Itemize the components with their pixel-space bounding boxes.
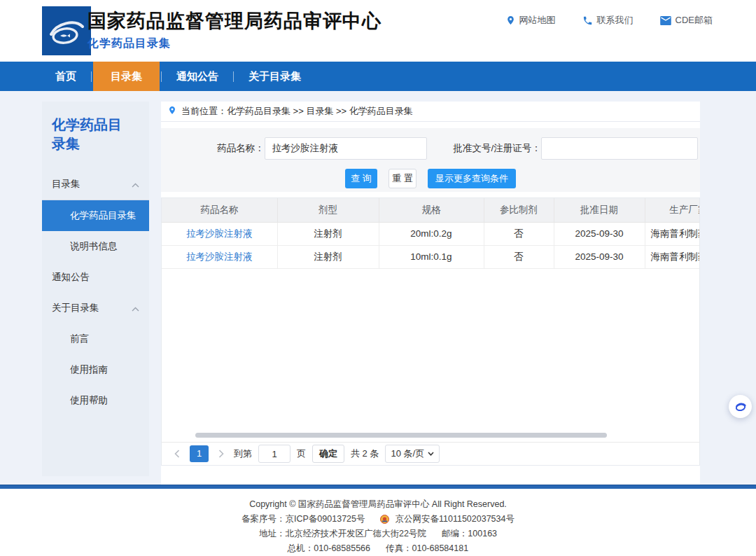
next-page-button[interactable] <box>215 445 227 462</box>
table-clip: 药品名称 剂型 规格 参比制剂 批准日期 生产厂家 拉考沙胺注射液 注射剂 20 <box>162 198 699 269</box>
title-block: 国家药品监督管理局药品审评中心 化学药品目录集 <box>88 9 382 51</box>
page-size-value: 10 条/页 <box>391 447 424 460</box>
sidebar-item-catalog-group[interactable]: 目录集 <box>52 169 139 200</box>
police-badge-icon <box>380 515 389 524</box>
cell-manufacturer: 海南普利制药股份有限公司 <box>645 222 699 245</box>
cell-spec: 10ml:0.1g <box>379 245 484 268</box>
icp-record-text: 备案序号：京ICP备09013725号 <box>241 512 365 527</box>
chevron-down-icon <box>428 452 434 456</box>
drug-name-input[interactable] <box>265 137 427 160</box>
floating-cde-button[interactable] <box>729 395 752 418</box>
table-row: 拉考沙胺注射液 注射剂 20ml:0.2g 否 2025-09-30 海南普利制… <box>162 222 699 245</box>
results-table-panel: 药品名称 剂型 规格 参比制剂 批准日期 生产厂家 拉考沙胺注射液 注射剂 20 <box>161 197 700 466</box>
phone-text: 总机：010-68585566 <box>288 541 370 556</box>
col-approval-date: 批准日期 <box>554 198 645 222</box>
drug-name-link[interactable]: 拉考沙胺注射液 <box>186 251 253 262</box>
cell-spec: 20ml:0.2g <box>379 222 484 245</box>
site-header: 国家药品监督管理局药品审评中心 化学药品目录集 网站地图 联系我们 CDE邮箱 <box>0 0 756 62</box>
sidebar-item-about-group[interactable]: 关于目录集 <box>52 293 139 324</box>
content: 当前位置：化学药品目录集 >> 目录集 >> 化学药品目录集 药品名称： 批准文… <box>161 102 700 485</box>
top-link-label: CDE邮箱 <box>676 14 713 27</box>
nav-separator <box>91 71 92 82</box>
horizontal-scrollbar[interactable] <box>195 433 607 438</box>
cde-logo-icon <box>42 6 91 55</box>
location-pin-icon <box>506 15 515 26</box>
cell-approval-date: 2025-09-30 <box>554 222 645 245</box>
site-subtitle: 化学药品目录集 <box>88 36 382 51</box>
fax-text: 传真：010-68584181 <box>386 541 468 556</box>
query-button[interactable]: 查 询 <box>345 169 377 188</box>
current-page-button[interactable]: 1 <box>190 445 209 462</box>
site-title: 国家药品监督管理局药品审评中心 <box>88 9 382 33</box>
total-count-label: 共 2 条 <box>351 447 379 460</box>
cde-logo[interactable] <box>42 6 91 55</box>
main-area: 化学药品目录集 目录集 化学药品目录集 说明书信息 通知公告 关于目录集 前言 … <box>0 91 756 485</box>
sidebar-item-user-guide[interactable]: 使用指南 <box>52 354 139 385</box>
col-drug-name: 药品名称 <box>162 198 277 222</box>
sidebar-item-foreword[interactable]: 前言 <box>52 324 139 354</box>
table-empty-area <box>162 269 699 443</box>
nav-about-catalog[interactable]: 关于目录集 <box>235 62 314 91</box>
cell-approval-date: 2025-09-30 <box>554 245 645 268</box>
page-unit-label: 页 <box>297 447 306 460</box>
prev-page-button[interactable] <box>171 445 183 462</box>
cell-dosage-form: 注射剂 <box>277 222 379 245</box>
cell-manufacturer: 海南普利制药股份有限公司 <box>645 245 699 268</box>
goto-page-label: 到第 <box>234 447 252 460</box>
reset-button[interactable]: 重 置 <box>388 169 416 188</box>
results-table: 药品名称 剂型 规格 参比制剂 批准日期 生产厂家 拉考沙胺注射液 注射剂 20 <box>162 198 699 269</box>
location-pin-icon <box>168 105 176 118</box>
drug-name-link[interactable]: 拉考沙胺注射液 <box>186 228 253 239</box>
col-manufacturer: 生产厂家 <box>645 198 699 222</box>
breadcrumb: 当前位置：化学药品目录集 >> 目录集 >> 化学药品目录集 <box>161 102 700 122</box>
sidebar-item-notices[interactable]: 通知公告 <box>52 262 139 293</box>
top-link-mail[interactable]: CDE邮箱 <box>660 14 713 27</box>
pagination: 1 到第 页 确定 共 2 条 10 条/页 <box>162 442 699 465</box>
sidebar-item-help[interactable]: 使用帮助 <box>52 385 139 416</box>
copyright-text: Copyright © 国家药品监督管理局药品审评中心 All Right Re… <box>249 497 507 512</box>
sidebar-item-label: 目录集 <box>52 178 80 190</box>
nav-separator <box>161 71 162 82</box>
cde-swoosh-icon <box>734 400 748 414</box>
nav-separator <box>233 71 234 82</box>
goto-page-input[interactable] <box>258 445 290 463</box>
sidebar-item-label-info[interactable]: 说明书信息 <box>52 231 139 262</box>
approval-number-field-group: 批准文号/注册证号： <box>454 137 698 160</box>
top-links: 网站地图 联系我们 CDE邮箱 <box>506 14 713 27</box>
table-header-row: 药品名称 剂型 规格 参比制剂 批准日期 生产厂家 <box>162 198 699 222</box>
top-link-label: 联系我们 <box>597 14 634 27</box>
top-link-sitemap[interactable]: 网站地图 <box>506 14 556 27</box>
sidebar-item-label: 通知公告 <box>52 271 90 284</box>
more-conditions-button[interactable]: 显示更多查询条件 <box>428 169 516 188</box>
approval-number-input[interactable] <box>541 137 698 160</box>
col-spec: 规格 <box>379 198 484 222</box>
cell-reference: 否 <box>484 222 554 245</box>
page-size-select[interactable]: 10 条/页 <box>385 445 440 463</box>
mail-icon <box>660 16 671 25</box>
confirm-page-button[interactable]: 确定 <box>312 445 344 463</box>
nav-catalog[interactable]: 目录集 <box>93 62 160 91</box>
chevron-left-icon <box>174 450 180 458</box>
address-text: 地址：北京经济技术开发区广德大街22号院 <box>259 527 426 541</box>
top-link-contact[interactable]: 联系我们 <box>582 14 634 27</box>
main-nav: 首页 目录集 通知公告 关于目录集 <box>0 62 756 91</box>
table-row: 拉考沙胺注射液 注射剂 10ml:0.1g 否 2025-09-30 海南普利制… <box>162 245 699 268</box>
sidebar-item-chemical-catalog[interactable]: 化学药品目录集 <box>42 200 149 231</box>
top-link-label: 网站地图 <box>519 14 556 27</box>
search-panel: 药品名称： 批准文号/注册证号： 查 询 重 置 显示更多查询条件 <box>161 128 700 192</box>
chevron-right-icon <box>218 450 224 458</box>
cell-reference: 否 <box>484 245 554 268</box>
approval-number-label: 批准文号/注册证号： <box>454 142 541 155</box>
chevron-up-icon <box>132 303 139 314</box>
phone-icon <box>582 15 593 26</box>
col-reference: 参比制剂 <box>484 198 554 222</box>
nav-home[interactable]: 首页 <box>42 62 90 91</box>
postcode-text: 邮编：100163 <box>442 527 497 541</box>
nav-notices[interactable]: 通知公告 <box>163 62 232 91</box>
chevron-up-icon <box>132 179 139 190</box>
breadcrumb-text: 当前位置：化学药品目录集 >> 目录集 >> 化学药品目录集 <box>181 105 413 118</box>
drug-name-label: 药品名称： <box>217 142 265 155</box>
cell-dosage-form: 注射剂 <box>277 245 379 268</box>
site-footer: Copyright © 国家药品监督管理局药品审评中心 All Right Re… <box>0 489 756 556</box>
police-record-link[interactable]: 京公网安备11011502037534号 <box>395 512 514 527</box>
